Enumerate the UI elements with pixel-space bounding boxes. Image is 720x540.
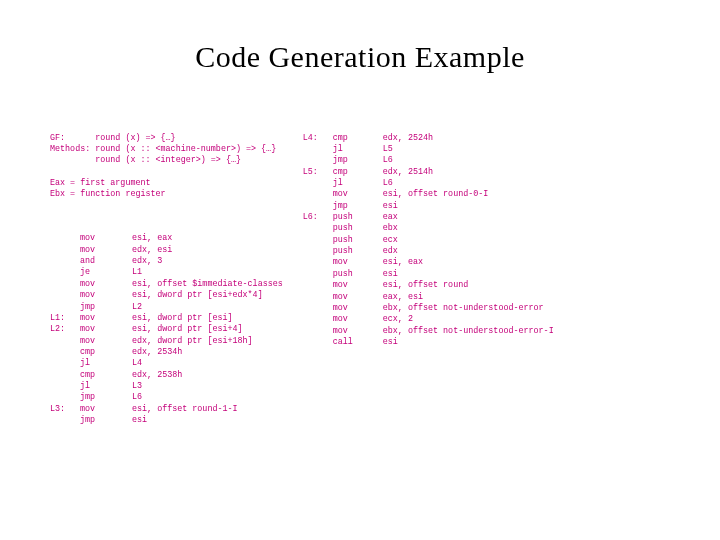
page-title: Code Generation Example <box>50 40 670 74</box>
left-asm-table: L1: L2: L3: mov mov and je mov mov jmp m… <box>50 233 283 426</box>
left-header-block: GF: round (x) => {…} Methods: round (x :… <box>50 133 283 201</box>
right-column: L4: L5: L6: cmp jl jmp cmp jl mov jmp pu… <box>303 110 554 449</box>
left-column: GF: round (x) => {…} Methods: round (x :… <box>50 110 283 449</box>
left-operand-col: esi, eax edx, esi edx, 3 L1 esi, offset … <box>132 233 283 426</box>
slide: Code Generation Example GF: round (x) =>… <box>0 0 720 540</box>
right-mnemonic-col: cmp jl jmp cmp jl mov jmp push push push… <box>333 133 383 349</box>
left-mnemonic-col: mov mov and je mov mov jmp mov mov mov c… <box>80 233 132 426</box>
right-label-col: L4: L5: L6: <box>303 133 333 349</box>
code-columns: GF: round (x) => {…} Methods: round (x :… <box>50 110 670 449</box>
right-asm-table: L4: L5: L6: cmp jl jmp cmp jl mov jmp pu… <box>303 133 554 349</box>
right-operand-col: edx, 2524h L5 L6 edx, 2514h L6 esi, offs… <box>383 133 554 349</box>
left-label-col: L1: L2: L3: <box>50 233 80 426</box>
